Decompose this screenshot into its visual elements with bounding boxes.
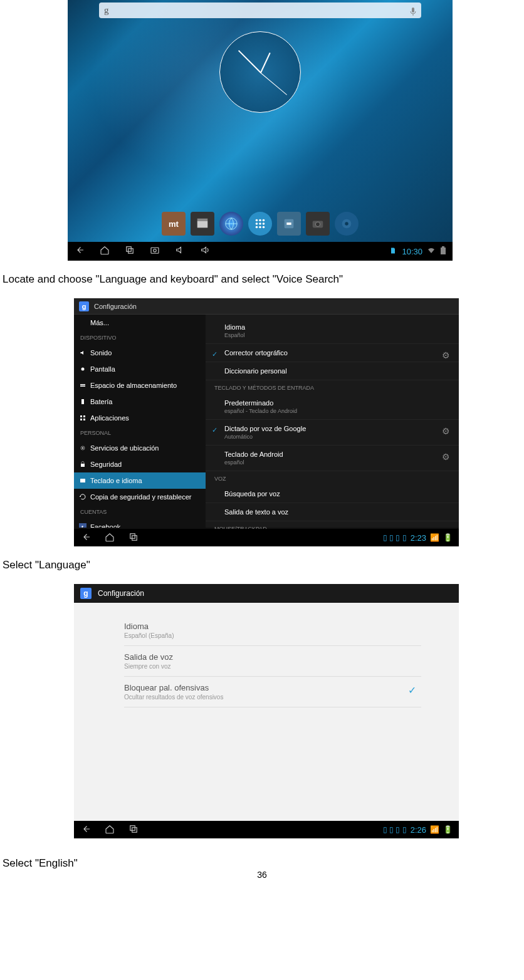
sidebar-item-sound[interactable]: Sonido bbox=[74, 345, 206, 361]
clock-second-hand bbox=[260, 73, 287, 95]
search-bar[interactable]: g bbox=[99, 3, 421, 18]
page-number: 36 bbox=[257, 870, 267, 880]
setting-item-idioma[interactable]: Idioma Español bbox=[206, 318, 459, 344]
dock-app-video[interactable] bbox=[191, 212, 214, 236]
google-g-icon: g bbox=[79, 301, 89, 311]
system-nav-bar: ▯ ▯ ▯ ▯ 2:23 📶 🔋 bbox=[74, 529, 459, 546]
setting-item-dictionary[interactable]: Diccionario personal bbox=[206, 362, 459, 380]
svg-rect-44 bbox=[132, 827, 137, 832]
setting-item-voice-search[interactable]: Búsqueda por voz bbox=[206, 485, 459, 503]
status-time: 2:26 bbox=[411, 825, 426, 835]
recent-apps-icon[interactable] bbox=[128, 823, 139, 837]
clock-minute-hand bbox=[238, 50, 261, 73]
svg-rect-2 bbox=[197, 219, 208, 221]
back-icon[interactable] bbox=[80, 531, 92, 544]
status-battery-icon: 🔋 bbox=[443, 825, 453, 834]
svg-rect-35 bbox=[81, 464, 85, 467]
sidebar-item-more[interactable]: Más... bbox=[74, 315, 206, 331]
svg-point-10 bbox=[256, 226, 258, 229]
svg-rect-0 bbox=[412, 8, 414, 13]
svg-point-18 bbox=[345, 222, 348, 226]
volume-down-icon[interactable] bbox=[174, 244, 186, 259]
settings-detail-panel: Idioma Español ✓ Corrector ortográfico ⚙… bbox=[206, 315, 459, 528]
settings-title: Configuración bbox=[94, 303, 137, 310]
setting-item-idioma[interactable]: Idioma Español (España) bbox=[124, 615, 421, 646]
back-icon[interactable] bbox=[80, 823, 92, 837]
setting-item-tts[interactable]: Salida de texto a voz bbox=[206, 503, 459, 521]
clock-widget[interactable] bbox=[219, 31, 301, 113]
facebook-icon: f bbox=[79, 523, 86, 528]
setting-item-default-kb[interactable]: Predeterminado español - Teclado de Andr… bbox=[206, 394, 459, 420]
screenshot-icon[interactable] bbox=[149, 244, 160, 259]
back-icon[interactable] bbox=[74, 244, 85, 259]
status-battery-icon bbox=[440, 246, 446, 257]
svg-rect-36 bbox=[80, 479, 85, 482]
svg-point-34 bbox=[82, 447, 83, 449]
status-icon: ▯ ▯ ▯ ▯ bbox=[383, 533, 407, 542]
sidebar-category-device: DISPOSITIVO bbox=[74, 331, 206, 345]
svg-point-4 bbox=[256, 219, 258, 222]
display-icon bbox=[79, 365, 86, 373]
mic-icon[interactable] bbox=[410, 6, 416, 15]
status-wifi-icon bbox=[427, 247, 435, 256]
settings-slider-icon[interactable]: ⚙ bbox=[442, 350, 450, 360]
svg-rect-43 bbox=[130, 825, 135, 830]
svg-rect-23 bbox=[441, 248, 446, 254]
sidebar-item-storage[interactable]: Espacio de almacenamiento bbox=[74, 377, 206, 394]
settings-header: g Configuración bbox=[74, 298, 459, 315]
dock-app-settings[interactable] bbox=[277, 212, 301, 236]
lock-icon bbox=[79, 461, 86, 468]
recent-apps-icon[interactable] bbox=[128, 531, 139, 544]
system-nav-bar: 10:30 bbox=[68, 242, 453, 261]
settings-slider-icon[interactable]: ⚙ bbox=[442, 452, 450, 462]
svg-rect-20 bbox=[128, 248, 134, 253]
sidebar-item-security[interactable]: Seguridad bbox=[74, 456, 206, 472]
svg-point-25 bbox=[81, 368, 85, 371]
svg-point-8 bbox=[259, 222, 261, 225]
instruction-text-1: Locate and choose "Language and keyboard… bbox=[3, 273, 524, 286]
svg-rect-42 bbox=[132, 536, 137, 541]
home-icon[interactable] bbox=[99, 244, 110, 259]
dock-app-filemanager[interactable]: mt bbox=[162, 212, 186, 236]
battery-icon bbox=[79, 398, 86, 405]
volume-up-icon[interactable] bbox=[199, 244, 211, 259]
home-icon[interactable] bbox=[104, 823, 115, 837]
setting-item-block-offensive[interactable]: Bloquear pal. ofensivas Ocultar resultad… bbox=[124, 677, 421, 707]
system-nav-bar: ▯ ▯ ▯ ▯ 2:26 📶 🔋 bbox=[74, 821, 459, 838]
setting-item-voice-output[interactable]: Salida de voz Siempre con voz bbox=[124, 646, 421, 677]
dock-app-music[interactable] bbox=[335, 212, 359, 236]
recent-apps-icon[interactable] bbox=[124, 244, 135, 259]
dock-app-camera[interactable] bbox=[306, 212, 330, 236]
setting-item-android-keyboard[interactable]: Teclado de Android español ⚙ bbox=[206, 446, 459, 471]
instruction-text-2: Select "Language" bbox=[3, 559, 524, 571]
dock-app-browser[interactable] bbox=[219, 212, 243, 236]
screenshot-settings-language: g Configuración Más... DISPOSITIVO Sonid… bbox=[74, 298, 459, 546]
sidebar-item-apps[interactable]: Aplicaciones bbox=[74, 410, 206, 426]
svg-rect-32 bbox=[83, 419, 85, 420]
status-icon: ▯ ▯ ▯ ▯ bbox=[383, 825, 407, 834]
svg-rect-41 bbox=[130, 534, 135, 539]
svg-rect-27 bbox=[80, 386, 85, 387]
sidebar-item-battery[interactable]: Batería bbox=[74, 394, 206, 410]
instruction-text-3: Select "English" bbox=[3, 857, 524, 870]
check-icon[interactable]: ✓ bbox=[408, 684, 416, 696]
settings-slider-icon[interactable]: ⚙ bbox=[442, 426, 450, 436]
svg-rect-31 bbox=[80, 419, 82, 420]
status-time: 10:30 bbox=[402, 247, 422, 256]
dock-app-drawer[interactable] bbox=[248, 212, 272, 236]
status-battery-icon: 🔋 bbox=[443, 533, 453, 542]
sidebar-item-backup[interactable]: Copia de seguridad y restablecer bbox=[74, 489, 206, 505]
setting-item-spellcheck[interactable]: ✓ Corrector ortográfico ⚙ bbox=[206, 344, 459, 362]
svg-rect-14 bbox=[286, 222, 291, 225]
svg-rect-30 bbox=[83, 415, 85, 417]
sidebar-item-language-keyboard[interactable]: Teclado e idioma bbox=[74, 472, 206, 489]
language-icon bbox=[79, 477, 86, 484]
setting-category-voice: VOZ bbox=[206, 471, 459, 485]
app-dock: mt bbox=[162, 212, 359, 236]
setting-item-google-voice-typing[interactable]: ✓ Dictado por voz de Google Automático ⚙ bbox=[206, 420, 459, 446]
sidebar-item-location[interactable]: Servicios de ubicación bbox=[74, 440, 206, 456]
home-icon[interactable] bbox=[104, 531, 115, 544]
sidebar-item-display[interactable]: Pantalla bbox=[74, 361, 206, 377]
status-wifi-icon: 📶 bbox=[430, 533, 439, 542]
sidebar-item-facebook[interactable]: fFacebook bbox=[74, 519, 206, 528]
